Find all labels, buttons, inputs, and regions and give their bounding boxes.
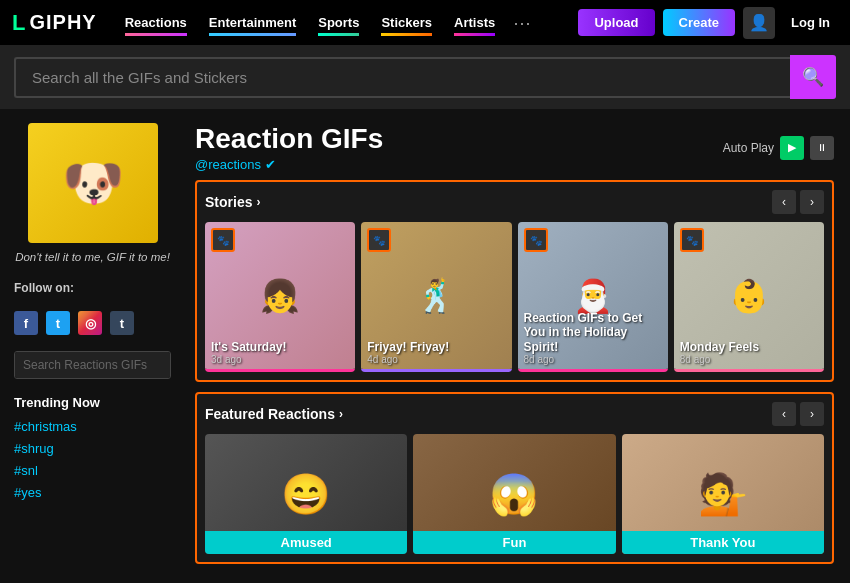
- search-bar: 🔍: [0, 45, 850, 109]
- featured-section: Featured Reactions › ‹ › 😄 Amused 😱 Fun: [195, 392, 834, 564]
- channel-handle: @reactions ✔: [195, 157, 383, 172]
- user-icon-button[interactable]: 👤: [743, 7, 775, 39]
- logo-l-icon: L: [12, 12, 25, 34]
- logo-text: GIPHY: [29, 11, 96, 34]
- featured-next-button[interactable]: ›: [800, 402, 824, 426]
- nav-more-icon[interactable]: ⋯: [507, 12, 537, 34]
- story-title-4: Monday Feels: [680, 340, 818, 354]
- stories-nav-arrows: ‹ ›: [772, 190, 824, 214]
- stories-title[interactable]: Stories ›: [205, 194, 260, 210]
- sidebar-search: 🔍: [14, 351, 171, 379]
- story-info-4: Monday Feels 8d ago: [674, 336, 824, 369]
- profile-image: 🐶: [28, 123, 158, 243]
- featured-label-thankyou: Thank You: [622, 531, 824, 554]
- nav-sports[interactable]: Sports: [308, 11, 369, 34]
- story-avatar-4: 🐾: [680, 228, 704, 252]
- trending-tag-yes[interactable]: #yes: [14, 482, 171, 504]
- dog-avatar: 🐶: [28, 123, 158, 243]
- login-button[interactable]: Log In: [783, 11, 838, 34]
- follow-label: Follow on:: [14, 281, 74, 295]
- stories-prev-button[interactable]: ‹: [772, 190, 796, 214]
- search-button[interactable]: 🔍: [790, 55, 836, 99]
- nav-entertainment[interactable]: Entertainment: [199, 11, 306, 34]
- sidebar-tagline: Don't tell it to me, GIF it to me!: [15, 251, 170, 263]
- featured-title[interactable]: Featured Reactions ›: [205, 406, 343, 422]
- featured-grid: 😄 Amused 😱 Fun 💁 Thank You: [205, 434, 824, 554]
- social-icons: f t ◎ t: [14, 311, 171, 335]
- instagram-icon[interactable]: ◎: [78, 311, 102, 335]
- story-card-3[interactable]: 🎅 🐾 Reaction GIFs to Get You in the Holi…: [518, 222, 668, 372]
- header-actions: Upload Create 👤 Log In: [578, 7, 838, 39]
- story-info-3: Reaction GIFs to Get You in the Holiday …: [518, 307, 668, 369]
- logo[interactable]: L GIPHY: [12, 11, 97, 34]
- story-info-1: It's Saturday! 3d ago: [205, 336, 355, 369]
- featured-label-fun: Fun: [413, 531, 615, 554]
- nav-stickers[interactable]: Stickers: [371, 11, 442, 34]
- autoplay-pause-button[interactable]: ⏸: [810, 136, 834, 160]
- featured-card-fun[interactable]: 😱 Fun: [413, 434, 615, 554]
- facebook-icon[interactable]: f: [14, 311, 38, 335]
- autoplay-controls: Auto Play ▶ ⏸: [723, 136, 834, 160]
- story-time-2: 4d ago: [367, 354, 505, 365]
- autoplay-play-button[interactable]: ▶: [780, 136, 804, 160]
- sidebar-profile: 🐶 Don't tell it to me, GIF it to me!: [14, 123, 171, 263]
- story-card-2[interactable]: 🕺 🐾 Friyay! Friyay! 4d ago: [361, 222, 511, 372]
- featured-header: Featured Reactions › ‹ ›: [205, 402, 824, 426]
- nav-artists[interactable]: Artists: [444, 11, 505, 34]
- story-title-2: Friyay! Friyay!: [367, 340, 505, 354]
- story-card-1[interactable]: 👧 🐾 It's Saturday! 3d ago: [205, 222, 355, 372]
- verified-icon: ✔: [265, 157, 276, 172]
- story-card-4[interactable]: 👶 🐾 Monday Feels 8d ago: [674, 222, 824, 372]
- story-time-3: 8d ago: [524, 354, 662, 365]
- story-title-1: It's Saturday!: [211, 340, 349, 354]
- featured-card-amused[interactable]: 😄 Amused: [205, 434, 407, 554]
- channel-handle-text[interactable]: @reactions: [195, 157, 261, 172]
- featured-nav-arrows: ‹ ›: [772, 402, 824, 426]
- search-input[interactable]: [14, 57, 790, 98]
- trending-tag-shrug[interactable]: #shrug: [14, 438, 171, 460]
- content-area: Reaction GIFs @reactions ✔ Auto Play ▶ ⏸…: [185, 109, 850, 583]
- featured-label-amused: Amused: [205, 531, 407, 554]
- trending-tag-christmas[interactable]: #christmas: [14, 416, 171, 438]
- nav-bar: Reactions Entertainment Sports Stickers …: [115, 11, 569, 34]
- stories-grid: 👧 🐾 It's Saturday! 3d ago 🕺 🐾 Friyay! Fr…: [205, 222, 824, 372]
- autoplay-label: Auto Play: [723, 141, 774, 155]
- trending-title: Trending Now: [14, 395, 171, 410]
- trending-tag-snl[interactable]: #snl: [14, 460, 171, 482]
- upload-button[interactable]: Upload: [578, 9, 654, 36]
- featured-prev-button[interactable]: ‹: [772, 402, 796, 426]
- channel-title: Reaction GIFs: [195, 123, 383, 155]
- story-info-2: Friyay! Friyay! 4d ago: [361, 336, 511, 369]
- story-time-1: 3d ago: [211, 354, 349, 365]
- create-button[interactable]: Create: [663, 9, 735, 36]
- stories-header: Stories › ‹ ›: [205, 190, 824, 214]
- nav-reactions[interactable]: Reactions: [115, 11, 197, 34]
- stories-section: Stories › ‹ › 👧 🐾 It's Saturday! 3d ago: [195, 180, 834, 382]
- story-avatar-3: 🐾: [524, 228, 548, 252]
- featured-arrow-icon: ›: [339, 407, 343, 421]
- stories-arrow-icon: ›: [256, 195, 260, 209]
- story-title-3: Reaction GIFs to Get You in the Holiday …: [524, 311, 662, 354]
- sidebar-search-input[interactable]: [15, 352, 171, 378]
- story-time-4: 8d ago: [680, 354, 818, 365]
- story-avatar-1: 🐾: [211, 228, 235, 252]
- story-avatar-2: 🐾: [367, 228, 391, 252]
- sidebar: 🐶 Don't tell it to me, GIF it to me! Fol…: [0, 109, 185, 583]
- featured-card-thankyou[interactable]: 💁 Thank You: [622, 434, 824, 554]
- trending-section: Trending Now #christmas #shrug #snl #yes: [14, 395, 171, 504]
- header: L GIPHY Reactions Entertainment Sports S…: [0, 0, 850, 45]
- stories-next-button[interactable]: ›: [800, 190, 824, 214]
- channel-info: Reaction GIFs @reactions ✔: [195, 123, 383, 172]
- twitter-icon[interactable]: t: [46, 311, 70, 335]
- channel-header: Reaction GIFs @reactions ✔ Auto Play ▶ ⏸: [195, 123, 834, 172]
- main-layout: 🐶 Don't tell it to me, GIF it to me! Fol…: [0, 109, 850, 583]
- tumblr-icon[interactable]: t: [110, 311, 134, 335]
